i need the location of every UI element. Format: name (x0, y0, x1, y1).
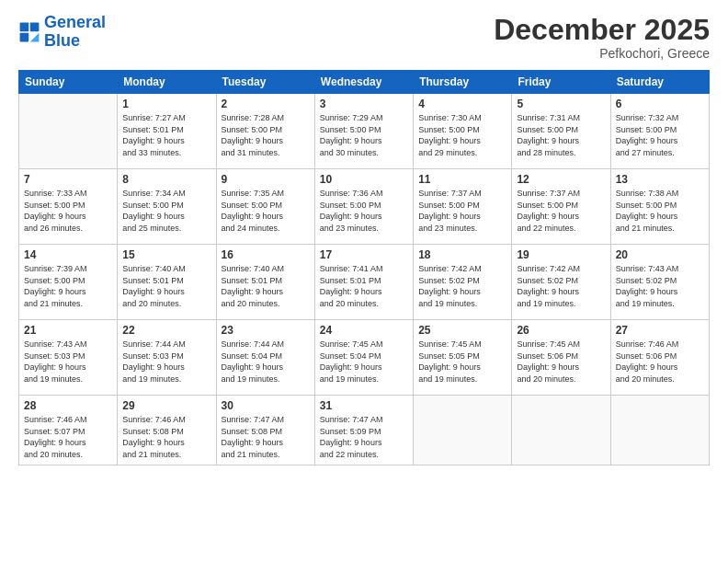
cell-info: Sunrise: 7:34 AM Sunset: 5:00 PM Dayligh… (122, 188, 210, 234)
day-number: 29 (122, 399, 210, 412)
cell-info: Sunrise: 7:45 AM Sunset: 5:06 PM Dayligh… (517, 339, 605, 385)
day-number: 10 (320, 173, 408, 186)
calendar-cell-2-1: 7Sunrise: 7:33 AM Sunset: 5:00 PM Daylig… (19, 169, 118, 245)
cell-info: Sunrise: 7:38 AM Sunset: 5:00 PM Dayligh… (616, 188, 704, 234)
svg-rect-1 (30, 22, 40, 31)
calendar-table: Sunday Monday Tuesday Wednesday Thursday… (18, 70, 710, 465)
calendar-cell-3-7: 20Sunrise: 7:43 AM Sunset: 5:02 PM Dayli… (610, 245, 709, 320)
calendar-week-4: 21Sunrise: 7:43 AM Sunset: 5:03 PM Dayli… (19, 320, 710, 396)
calendar-cell-4-5: 25Sunrise: 7:45 AM Sunset: 5:05 PM Dayli… (414, 320, 512, 396)
calendar-cell-5-6 (512, 396, 610, 465)
svg-rect-2 (20, 33, 29, 42)
page: General Blue December 2025 Pefkochori, G… (0, 0, 728, 563)
cell-info: Sunrise: 7:27 AM Sunset: 5:01 PM Dayligh… (122, 112, 210, 158)
calendar-cell-2-3: 9Sunrise: 7:35 AM Sunset: 5:00 PM Daylig… (216, 169, 314, 245)
calendar-week-5: 28Sunrise: 7:46 AM Sunset: 5:07 PM Dayli… (19, 396, 710, 465)
col-monday: Monday (118, 71, 216, 94)
day-number: 27 (616, 324, 704, 337)
day-number: 15 (122, 248, 210, 261)
calendar-cell-2-2: 8Sunrise: 7:34 AM Sunset: 5:00 PM Daylig… (118, 169, 216, 245)
logo: General Blue (18, 14, 106, 51)
cell-info: Sunrise: 7:28 AM Sunset: 5:00 PM Dayligh… (222, 112, 310, 158)
calendar-cell-4-1: 21Sunrise: 7:43 AM Sunset: 5:03 PM Dayli… (19, 320, 118, 396)
cell-info: Sunrise: 7:42 AM Sunset: 5:02 PM Dayligh… (418, 263, 506, 309)
calendar-cell-5-1: 28Sunrise: 7:46 AM Sunset: 5:07 PM Dayli… (19, 396, 118, 465)
day-number: 25 (418, 324, 506, 337)
calendar-cell-1-2: 1Sunrise: 7:27 AM Sunset: 5:01 PM Daylig… (118, 94, 216, 169)
calendar-cell-1-7: 6Sunrise: 7:32 AM Sunset: 5:00 PM Daylig… (610, 94, 709, 169)
cell-info: Sunrise: 7:36 AM Sunset: 5:00 PM Dayligh… (320, 188, 408, 234)
svg-rect-0 (20, 22, 29, 31)
cell-info: Sunrise: 7:29 AM Sunset: 5:00 PM Dayligh… (320, 112, 408, 158)
day-number: 16 (222, 248, 310, 261)
calendar-cell-3-3: 16Sunrise: 7:40 AM Sunset: 5:01 PM Dayli… (216, 245, 314, 320)
col-thursday: Thursday (414, 71, 512, 94)
cell-info: Sunrise: 7:32 AM Sunset: 5:00 PM Dayligh… (616, 112, 704, 158)
calendar-cell-3-4: 17Sunrise: 7:41 AM Sunset: 5:01 PM Dayli… (314, 245, 413, 320)
cell-info: Sunrise: 7:46 AM Sunset: 5:07 PM Dayligh… (24, 414, 112, 460)
calendar-cell-2-7: 13Sunrise: 7:38 AM Sunset: 5:00 PM Dayli… (610, 169, 709, 245)
cell-info: Sunrise: 7:44 AM Sunset: 5:03 PM Dayligh… (122, 339, 210, 385)
calendar-week-1: 1Sunrise: 7:27 AM Sunset: 5:01 PM Daylig… (19, 94, 710, 169)
cell-info: Sunrise: 7:40 AM Sunset: 5:01 PM Dayligh… (222, 263, 310, 309)
logo-text: General Blue (44, 14, 106, 51)
cell-info: Sunrise: 7:33 AM Sunset: 5:00 PM Dayligh… (24, 188, 112, 234)
cell-info: Sunrise: 7:47 AM Sunset: 5:08 PM Dayligh… (222, 414, 310, 460)
col-saturday: Saturday (610, 71, 709, 94)
calendar-header: Sunday Monday Tuesday Wednesday Thursday… (19, 71, 710, 94)
calendar-cell-2-6: 12Sunrise: 7:37 AM Sunset: 5:00 PM Dayli… (512, 169, 610, 245)
logo-general: General (44, 13, 106, 31)
day-number: 22 (122, 324, 210, 337)
day-number: 1 (122, 98, 210, 110)
day-number: 12 (517, 173, 605, 186)
cell-info: Sunrise: 7:37 AM Sunset: 5:00 PM Dayligh… (517, 188, 605, 234)
cell-info: Sunrise: 7:35 AM Sunset: 5:00 PM Dayligh… (222, 188, 310, 234)
calendar-cell-4-4: 24Sunrise: 7:45 AM Sunset: 5:04 PM Dayli… (314, 320, 413, 396)
cell-info: Sunrise: 7:41 AM Sunset: 5:01 PM Dayligh… (320, 263, 408, 309)
calendar-cell-2-5: 11Sunrise: 7:37 AM Sunset: 5:00 PM Dayli… (414, 169, 512, 245)
header: General Blue December 2025 Pefkochori, G… (18, 14, 710, 61)
day-number: 5 (517, 98, 605, 110)
cell-info: Sunrise: 7:46 AM Sunset: 5:08 PM Dayligh… (122, 414, 210, 460)
day-number: 8 (122, 173, 210, 186)
location: Pefkochori, Greece (494, 46, 710, 61)
calendar-cell-4-2: 22Sunrise: 7:44 AM Sunset: 5:03 PM Dayli… (118, 320, 216, 396)
day-number: 26 (517, 324, 605, 337)
cell-info: Sunrise: 7:31 AM Sunset: 5:00 PM Dayligh… (517, 112, 605, 158)
day-number: 31 (320, 399, 408, 412)
day-number: 7 (24, 173, 112, 186)
cell-info: Sunrise: 7:30 AM Sunset: 5:00 PM Dayligh… (418, 112, 506, 158)
calendar-cell-1-1 (19, 94, 118, 169)
cell-info: Sunrise: 7:45 AM Sunset: 5:05 PM Dayligh… (418, 339, 506, 385)
calendar-cell-3-2: 15Sunrise: 7:40 AM Sunset: 5:01 PM Dayli… (118, 245, 216, 320)
day-number: 17 (320, 248, 408, 261)
cell-info: Sunrise: 7:40 AM Sunset: 5:01 PM Dayligh… (122, 263, 210, 309)
day-number: 20 (616, 248, 704, 261)
calendar-cell-3-6: 19Sunrise: 7:42 AM Sunset: 5:02 PM Dayli… (512, 245, 610, 320)
calendar-cell-3-1: 14Sunrise: 7:39 AM Sunset: 5:00 PM Dayli… (19, 245, 118, 320)
calendar-cell-4-3: 23Sunrise: 7:44 AM Sunset: 5:04 PM Dayli… (216, 320, 314, 396)
cell-info: Sunrise: 7:43 AM Sunset: 5:02 PM Dayligh… (616, 263, 704, 309)
cell-info: Sunrise: 7:45 AM Sunset: 5:04 PM Dayligh… (320, 339, 408, 385)
calendar-week-2: 7Sunrise: 7:33 AM Sunset: 5:00 PM Daylig… (19, 169, 710, 245)
day-number: 23 (222, 324, 310, 337)
calendar-week-3: 14Sunrise: 7:39 AM Sunset: 5:00 PM Dayli… (19, 245, 710, 320)
calendar-cell-5-2: 29Sunrise: 7:46 AM Sunset: 5:08 PM Dayli… (118, 396, 216, 465)
day-number: 11 (418, 173, 506, 186)
col-tuesday: Tuesday (216, 71, 314, 94)
title-block: December 2025 Pefkochori, Greece (494, 14, 710, 61)
cell-info: Sunrise: 7:44 AM Sunset: 5:04 PM Dayligh… (222, 339, 310, 385)
header-row: Sunday Monday Tuesday Wednesday Thursday… (19, 71, 710, 94)
col-sunday: Sunday (19, 71, 118, 94)
calendar-body: 1Sunrise: 7:27 AM Sunset: 5:01 PM Daylig… (19, 94, 710, 465)
cell-info: Sunrise: 7:47 AM Sunset: 5:09 PM Dayligh… (320, 414, 408, 460)
day-number: 24 (320, 324, 408, 337)
cell-info: Sunrise: 7:43 AM Sunset: 5:03 PM Dayligh… (24, 339, 112, 385)
cell-info: Sunrise: 7:37 AM Sunset: 5:00 PM Dayligh… (418, 188, 506, 234)
cell-info: Sunrise: 7:42 AM Sunset: 5:02 PM Dayligh… (517, 263, 605, 309)
calendar-cell-1-4: 3Sunrise: 7:29 AM Sunset: 5:00 PM Daylig… (314, 94, 413, 169)
day-number: 6 (616, 98, 704, 110)
calendar-cell-5-4: 31Sunrise: 7:47 AM Sunset: 5:09 PM Dayli… (314, 396, 413, 465)
day-number: 3 (320, 98, 408, 110)
logo-blue: Blue (44, 31, 80, 50)
